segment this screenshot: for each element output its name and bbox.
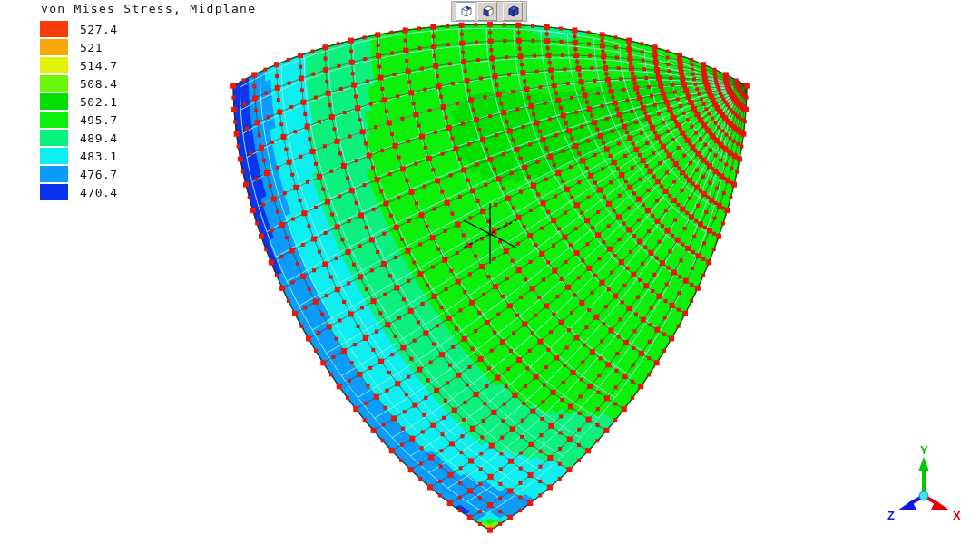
view-solid-button[interactable] (503, 2, 523, 21)
legend-swatch (40, 130, 68, 146)
orientation-triad: Y Z X (882, 443, 973, 527)
main-toolbar (451, 1, 527, 22)
legend-value: 514.7 (80, 59, 118, 73)
y-axis-arrowhead (918, 457, 929, 471)
triad-origin-icon (919, 491, 928, 500)
view-wireframe-button[interactable] (456, 2, 475, 21)
legend-swatch (40, 21, 68, 37)
legend-entry: 502.1 (40, 93, 256, 110)
legend-swatch (40, 57, 68, 73)
legend-entry: 489.4 (40, 130, 256, 146)
x-axis-label: X (953, 509, 961, 522)
legend-value: 495.7 (80, 113, 118, 127)
cube-wireframe-icon (459, 5, 473, 18)
legend-value: 502.1 (80, 95, 118, 109)
legend-entry: 483.1 (40, 148, 256, 164)
legend-value: 470.4 (80, 186, 118, 199)
legend-swatch (40, 39, 68, 55)
legend-entry: 521 (40, 39, 256, 55)
legend-title: von Mises Stress, Midplane (41, 2, 256, 15)
femap-viewport-window: von Mises Stress, Midplane 527.4521514.7… (0, 0, 980, 544)
legend-value: 489.4 (80, 131, 118, 145)
contour-legend: von Mises Stress, Midplane 527.4521514.7… (40, 2, 256, 202)
legend-rows: 527.4521514.7508.4502.1495.7489.4483.147… (40, 21, 256, 200)
legend-entry: 495.7 (40, 112, 256, 128)
legend-entry: 527.4 (40, 21, 256, 37)
legend-swatch (40, 184, 68, 200)
cube-blue-face-icon (481, 5, 495, 18)
legend-entry: 476.7 (40, 166, 256, 182)
legend-swatch (40, 93, 68, 110)
legend-value: 476.7 (80, 168, 118, 181)
legend-entry: 508.4 (40, 75, 256, 92)
z-axis-label: Z (887, 509, 895, 522)
y-axis-label: Y (920, 443, 928, 457)
legend-entry: 514.7 (40, 57, 256, 73)
legend-value: 527.4 (80, 23, 118, 36)
legend-swatch (40, 112, 68, 128)
legend-swatch (40, 148, 68, 164)
legend-entry: 470.4 (40, 184, 256, 200)
view-hidden-line-button[interactable] (477, 2, 497, 21)
cube-solid-icon (506, 5, 520, 18)
legend-swatch (40, 75, 68, 92)
legend-value: 508.4 (80, 77, 118, 91)
legend-value: 521 (80, 41, 103, 54)
legend-swatch (40, 166, 68, 182)
legend-value: 483.1 (80, 150, 118, 163)
